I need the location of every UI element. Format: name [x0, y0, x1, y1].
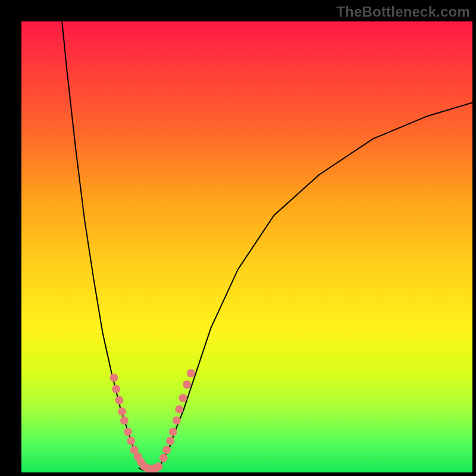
- dot-dots-right-2: [166, 437, 174, 445]
- dot-dots-left-0: [109, 374, 118, 382]
- plot-area: [21, 21, 472, 472]
- dot-dots-right-0: [159, 454, 168, 462]
- dot-dots-left-1: [112, 385, 120, 393]
- dot-dots-right-4: [173, 416, 181, 425]
- dot-dots-right-7: [183, 380, 191, 389]
- watermark-text: TheBottleneck.com: [336, 4, 470, 20]
- dot-dots-left-4: [120, 416, 129, 425]
- dot-dots-left-6: [127, 437, 135, 445]
- curve-left-branch: [62, 21, 148, 468]
- curve-right-branch: [156, 102, 472, 468]
- dot-dots-left-5: [124, 428, 132, 436]
- chart-svg: [21, 21, 472, 472]
- dot-dots-right-5: [175, 405, 183, 414]
- dot-dots-left-3: [118, 408, 126, 416]
- curve-layer: [62, 21, 472, 471]
- dot-dots-right-3: [169, 428, 177, 436]
- dot-dots-right-6: [178, 394, 187, 402]
- dot-dots-floor-4: [154, 462, 162, 471]
- dot-layer: [109, 369, 195, 472]
- dot-dots-right-1: [162, 446, 171, 454]
- dot-dots-right-8: [187, 369, 195, 377]
- chart-frame: TheBottleneck.com: [0, 0, 476, 476]
- dot-dots-left-2: [115, 396, 123, 405]
